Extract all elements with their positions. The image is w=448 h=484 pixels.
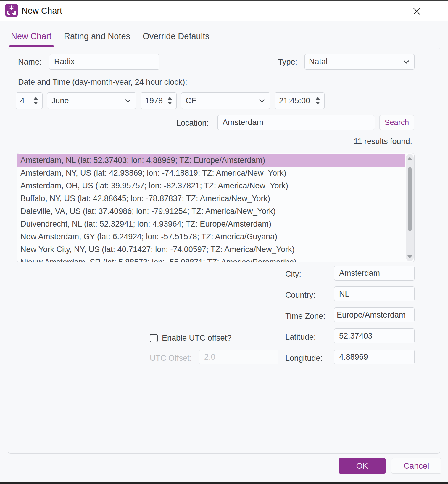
title-bar[interactable]: New Chart — [0, 1, 448, 21]
type-value: Natal — [309, 57, 400, 66]
scrollbar[interactable] — [406, 154, 414, 261]
city-label: City: — [285, 270, 301, 279]
month-value: June — [51, 96, 122, 105]
year-spinner[interactable]: 1978 — [141, 92, 177, 109]
scroll-up-icon[interactable] — [407, 157, 412, 160]
location-input[interactable] — [217, 115, 375, 130]
utc-offset-input — [199, 350, 278, 364]
enable-utc-offset-label: Enable UTC offset? — [162, 334, 231, 343]
list-item[interactable]: New Amsterdam, GY (lat: 6.24924; lon: -5… — [17, 230, 405, 243]
name-label: Name: — [18, 57, 42, 67]
tab-new-chart[interactable]: New Chart — [11, 31, 51, 45]
chevron-down-icon — [258, 97, 266, 105]
close-icon — [412, 7, 421, 16]
tab-bar: New Chart Rating and Notes Override Defa… — [11, 31, 210, 45]
list-item[interactable]: Amsterdam, NL (lat: 52.37403; lon: 4.889… — [17, 154, 405, 167]
cancel-button[interactable]: Cancel — [391, 458, 441, 474]
chevron-down-icon — [402, 58, 410, 66]
longitude-label: Longitude: — [285, 354, 323, 363]
era-dropdown[interactable]: CE — [181, 92, 270, 109]
window-title: New Chart — [22, 6, 62, 16]
type-label: Type: — [278, 57, 297, 67]
day-value: 4 — [20, 96, 31, 105]
time-spinner[interactable]: 21:45:00 — [275, 92, 325, 109]
ok-button[interactable]: OK — [339, 458, 386, 474]
list-item[interactable]: New York City, NY, US (lat: 40.71427; lo… — [17, 243, 405, 256]
enable-utc-offset-checkbox[interactable] — [150, 334, 158, 342]
longitude-input[interactable] — [334, 350, 415, 364]
month-dropdown[interactable]: June — [47, 92, 136, 109]
chevron-down-icon — [124, 97, 132, 105]
list-item[interactable]: Amsterdam, NY, US (lat: 42.93869; lon: -… — [17, 167, 405, 180]
app-logo-icon — [5, 4, 18, 17]
type-dropdown[interactable]: Natal — [304, 54, 415, 70]
results-list: Amsterdam, NL (lat: 52.37403; lon: 4.889… — [17, 153, 415, 262]
list-item[interactable]: Nieuw Amsterdam, SR (lat: 5.88573; lon: … — [17, 256, 405, 262]
scrollbar-thumb[interactable] — [408, 167, 412, 231]
tab-override-defaults[interactable]: Override Defaults — [143, 31, 210, 45]
list-item[interactable]: Daleville, VA, US (lat: 37.40986; lon: -… — [17, 205, 405, 218]
location-label: Location: — [176, 118, 209, 128]
list-item[interactable]: Duivendrecht, NL (lat: 52.32941; lon: 4.… — [17, 218, 405, 230]
tab-rating-and-notes[interactable]: Rating and Notes — [64, 31, 130, 45]
spinner-arrows-icon[interactable] — [315, 97, 320, 105]
country-input[interactable] — [334, 286, 415, 301]
scroll-down-icon[interactable] — [407, 255, 412, 259]
list-item[interactable]: Amsterdam, OH, US (lat: 39.95757; lon: -… — [17, 180, 405, 192]
close-button[interactable] — [411, 5, 423, 17]
latitude-input[interactable] — [334, 328, 415, 343]
spinner-arrows-icon[interactable] — [167, 97, 172, 105]
era-value: CE — [186, 96, 256, 105]
window-bottom-edge — [0, 482, 448, 484]
country-label: Country: — [285, 291, 315, 300]
city-input[interactable] — [334, 266, 415, 281]
timezone-label: Time Zone: — [285, 312, 325, 321]
latitude-label: Latitude: — [285, 333, 316, 342]
search-button[interactable]: Search — [379, 115, 414, 130]
results-count: 11 results found. — [354, 137, 412, 146]
day-spinner[interactable]: 4 — [16, 92, 43, 109]
utc-offset-label: UTC Offset: — [150, 354, 192, 363]
new-chart-dialog: New Chart New Chart Rating and Notes Ove… — [0, 0, 448, 484]
spinner-arrows-icon[interactable] — [33, 97, 38, 105]
timezone-input[interactable] — [334, 307, 415, 322]
year-value: 1978 — [145, 96, 165, 105]
list-item[interactable]: Buffalo, NY, US (lat: 42.88645; lon: -78… — [17, 192, 405, 205]
name-input[interactable] — [49, 54, 159, 70]
time-value: 21:45:00 — [279, 96, 313, 105]
datetime-label: Date and Time (day-month-year, 24 hour c… — [18, 78, 187, 87]
